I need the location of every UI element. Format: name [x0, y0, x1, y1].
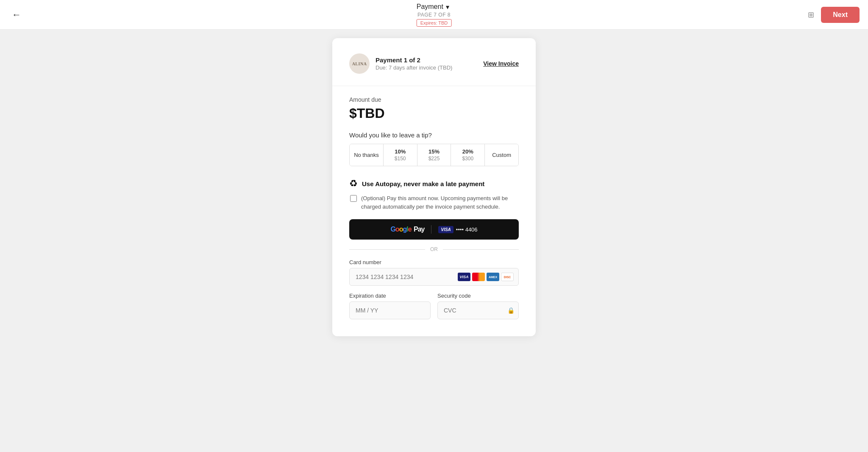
card-icons: VISA AMEX DISC: [458, 273, 514, 281]
grid-icon-button[interactable]: ⊞: [808, 10, 814, 20]
tip-15pct-pct: 15%: [420, 148, 448, 155]
tip-question: Would you like to leave a tip?: [349, 131, 519, 139]
autopay-checkbox-row: (Optional) Pay this amount now. Upcoming…: [349, 194, 519, 211]
expiry-label: Expiration date: [349, 293, 431, 299]
next-button[interactable]: Next: [821, 7, 860, 23]
back-button[interactable]: ←: [8, 6, 25, 24]
amount-label: Amount due: [349, 96, 519, 103]
gpay-divider: [431, 225, 431, 234]
tip-15pct-amt: $225: [420, 156, 448, 162]
payment-header: ALINA Payment 1 of 2 Due: 7 days after i…: [349, 53, 519, 74]
tip-options: No thanks 10% $150 15% $225 20% $300 Cus…: [349, 144, 519, 166]
card-number-group: Card number VISA AMEX DISC: [349, 259, 519, 286]
autopay-icon: ♻: [349, 178, 358, 189]
payment-number: Payment 1 of 2: [376, 56, 452, 64]
topbar-right: ⊞ Next: [808, 7, 860, 23]
tip-15pct[interactable]: 15% $225: [417, 144, 451, 166]
visa-badge: VISA: [438, 226, 453, 233]
gpay-logo: Google Pay: [390, 226, 424, 233]
mastercard-icon: [472, 273, 485, 281]
topbar-center: Payment ▾ PAGE 7 OF 8 Expires: TBD: [417, 3, 452, 27]
topbar: ← Payment ▾ PAGE 7 OF 8 Expires: TBD ⊞ N…: [0, 0, 868, 30]
gpay-button[interactable]: Google Pay VISA •••• 4406: [349, 219, 519, 240]
discover-icon: DISC: [501, 273, 514, 281]
or-line-left: [349, 249, 425, 250]
cvc-input[interactable]: [437, 301, 519, 319]
cvc-input-wrapper: 🔒: [437, 301, 519, 319]
view-invoice-button[interactable]: View Invoice: [483, 60, 519, 67]
dropdown-icon[interactable]: ▾: [446, 3, 449, 11]
tip-20pct-pct: 20%: [453, 148, 482, 155]
card-last-four: •••• 4406: [456, 226, 478, 233]
tip-custom[interactable]: Custom: [485, 144, 518, 166]
autopay-title: Use Autopay, never make a late payment: [362, 180, 484, 187]
expiry-group: Expiration date: [349, 293, 431, 319]
payment-info: Payment 1 of 2 Due: 7 days after invoice…: [376, 56, 452, 71]
or-text: OR: [430, 246, 438, 252]
amount-value: $TBD: [349, 106, 519, 121]
tip-20pct[interactable]: 20% $300: [451, 144, 485, 166]
security-label: Security code: [437, 293, 519, 299]
or-line-right: [443, 249, 519, 250]
autopay-section: ♻ Use Autopay, never make a late payment…: [349, 178, 519, 211]
cvc-icon: 🔒: [507, 307, 515, 314]
expiry-input[interactable]: [349, 301, 431, 319]
topbar-title-text: Payment: [417, 3, 443, 11]
form-row-expiry-cvc: Expiration date Security code 🔒: [349, 293, 519, 319]
visa-icon: VISA: [458, 273, 470, 281]
cvc-group: Security code 🔒: [437, 293, 519, 319]
tip-10pct-amt: $150: [386, 156, 415, 162]
tip-20pct-amt: $300: [453, 156, 482, 162]
amex-icon: AMEX: [487, 273, 499, 281]
tip-10pct[interactable]: 10% $150: [384, 144, 417, 166]
gpay-card-info: VISA •••• 4406: [438, 226, 477, 233]
tip-10pct-pct: 10%: [386, 148, 415, 155]
page-indicator: PAGE 7 OF 8: [417, 12, 452, 18]
payment-card: ALINA Payment 1 of 2 Due: 7 days after i…: [332, 38, 536, 336]
topbar-title: Payment ▾: [417, 3, 452, 11]
autopay-text: (Optional) Pay this amount now. Upcoming…: [361, 194, 519, 211]
tip-no-thanks[interactable]: No thanks: [350, 144, 384, 166]
due-text: Due: 7 days after invoice (TBD): [376, 64, 452, 71]
payment-header-left: ALINA Payment 1 of 2 Due: 7 days after i…: [349, 53, 452, 74]
autopay-checkbox[interactable]: [350, 195, 357, 202]
logo-avatar: ALINA: [349, 53, 370, 74]
card-number-label: Card number: [349, 259, 519, 265]
or-divider: OR: [349, 246, 519, 252]
main-content: ALINA Payment 1 of 2 Due: 7 days after i…: [0, 0, 868, 353]
autopay-header: ♻ Use Autopay, never make a late payment: [349, 178, 519, 189]
expires-badge: Expires: TBD: [417, 19, 452, 27]
divider: [332, 86, 536, 86]
